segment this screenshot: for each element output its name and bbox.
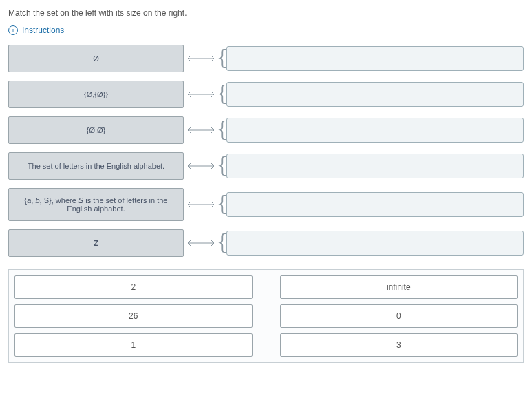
match-row: The set of letters in the English alphab…: [8, 152, 524, 180]
brace-icon: {: [218, 122, 226, 138]
set-card[interactable]: {Ø,Ø}: [8, 116, 184, 144]
answer-option[interactable]: 26: [14, 304, 253, 328]
match-row: {a, b, S}, where S is the set of letters…: [8, 188, 524, 221]
connector: [184, 91, 218, 98]
set-card[interactable]: {Ø,{Ø}}: [8, 81, 184, 108]
match-rows: Ø { {Ø,{Ø}} { {Ø,Ø}: [8, 45, 524, 257]
brace-icon: {: [218, 158, 226, 174]
connector: [184, 163, 218, 169]
drop-target[interactable]: [226, 154, 524, 178]
set-card[interactable]: {a, b, S}, where S is the set of letters…: [8, 188, 184, 221]
double-arrow-icon: [185, 240, 217, 247]
set-card[interactable]: The set of letters in the English alphab…: [8, 152, 184, 180]
set-card[interactable]: Ø: [8, 45, 184, 72]
set-card[interactable]: Z: [8, 229, 184, 257]
match-row: Z {: [8, 229, 524, 257]
double-arrow-icon: [185, 91, 217, 98]
brace-icon: {: [218, 50, 226, 67]
connector: [184, 240, 218, 247]
set-card-text: {a, b, S}, where S is the set of letters…: [14, 196, 178, 213]
answer-option[interactable]: 2: [14, 275, 253, 299]
connector: [184, 201, 218, 208]
drop-target[interactable]: [226, 118, 524, 143]
match-row: Ø {: [8, 45, 524, 72]
double-arrow-icon: [185, 55, 217, 62]
match-row: {Ø,{Ø}} {: [8, 81, 524, 108]
double-arrow-icon: [185, 127, 217, 134]
double-arrow-icon: [185, 163, 217, 169]
answer-option[interactable]: 0: [280, 304, 518, 328]
answer-option[interactable]: 1: [14, 333, 253, 357]
brace-icon: {: [218, 196, 226, 213]
brace-icon: {: [218, 235, 226, 251]
double-arrow-icon: [185, 201, 217, 208]
answer-bank-grid: 2 infinite 26 0 1 3: [14, 275, 518, 357]
drop-target[interactable]: [226, 192, 524, 217]
question-prompt: Match the set on the left with its size …: [8, 8, 524, 18]
set-card-text: Z: [94, 239, 98, 247]
connector: [184, 127, 218, 134]
drop-target[interactable]: [226, 231, 524, 256]
instructions-label: Instructions: [22, 25, 64, 35]
answer-option[interactable]: 3: [280, 333, 518, 357]
answer-option[interactable]: infinite: [280, 275, 518, 299]
info-icon: i: [8, 25, 18, 35]
answer-bank: 2 infinite 26 0 1 3: [8, 269, 524, 363]
match-row: {Ø,Ø} {: [8, 116, 524, 144]
drop-target[interactable]: [226, 82, 524, 107]
brace-icon: {: [218, 86, 226, 103]
connector: [184, 55, 218, 62]
drop-target[interactable]: [226, 46, 524, 71]
instructions-link[interactable]: i Instructions: [8, 25, 64, 35]
